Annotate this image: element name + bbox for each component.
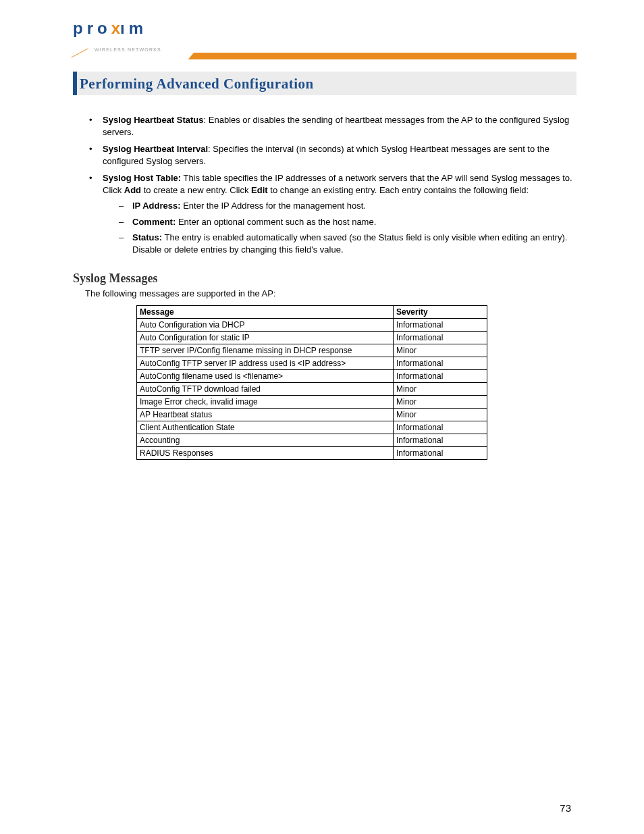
table-cell: Client Authentication State bbox=[137, 421, 394, 434]
sub-text: The entry is enabled automatically when … bbox=[132, 232, 567, 255]
table-row: RADIUS ResponsesInformational bbox=[137, 447, 487, 460]
header: proxım WIRELESS NETWORKS bbox=[73, 19, 576, 59]
table-row: Auto Configuration for static IPInformat… bbox=[137, 332, 487, 344]
table-row: AP Heartbeat statusMinor bbox=[137, 409, 487, 421]
bullet-list: Syslog Heartbeat Status: Enables or disa… bbox=[73, 114, 576, 255]
brand-text-pre: pro bbox=[73, 19, 111, 37]
table-header-row: Message Severity bbox=[137, 306, 487, 319]
table-cell: Informational bbox=[394, 357, 487, 370]
bullet-text: to create a new entry. Click bbox=[141, 185, 251, 195]
bullet-bold: Edit bbox=[251, 185, 268, 195]
table-header: Message bbox=[137, 306, 394, 319]
brand-tagline: WIRELESS NETWORKS bbox=[95, 47, 161, 52]
table-row: AccountingInformational bbox=[137, 434, 487, 447]
page-number: 73 bbox=[560, 802, 571, 814]
bullet-sep: : bbox=[204, 115, 209, 125]
list-item: Syslog Heartbeat Status: Enables or disa… bbox=[86, 114, 576, 138]
table-cell: Accounting bbox=[137, 434, 394, 447]
bullet-label: Syslog Heartbeat Status bbox=[103, 115, 204, 125]
list-item: IP Address: Enter the IP Address for the… bbox=[119, 200, 576, 212]
table-cell: Minor bbox=[394, 383, 487, 396]
table-cell: Minor bbox=[394, 396, 487, 409]
brand-logo: proxım WIRELESS NETWORKS bbox=[73, 19, 161, 59]
page-title: Performing Advanced Configuration bbox=[73, 72, 576, 95]
sub-label: Comment: bbox=[132, 217, 176, 227]
table-cell: Minor bbox=[394, 344, 487, 357]
table-cell: Informational bbox=[394, 434, 487, 447]
table-cell: Informational bbox=[394, 319, 487, 332]
list-item: Status: The entry is enabled automatical… bbox=[119, 232, 576, 255]
syslog-messages-table: Message Severity Auto Configuration via … bbox=[136, 305, 487, 460]
table-cell: AP Heartbeat status bbox=[137, 409, 394, 421]
header-bar bbox=[178, 53, 576, 59]
section-heading: Syslog Messages bbox=[73, 271, 576, 286]
table-cell: Image Error check, invalid image bbox=[137, 396, 394, 409]
logo-slash-icon bbox=[71, 48, 88, 57]
table-header: Severity bbox=[394, 306, 487, 319]
sub-text: Enter the IP Address for the management … bbox=[181, 201, 366, 211]
list-item: Syslog Heartbeat Interval: Specifies the… bbox=[86, 143, 576, 167]
table-row: AutoConfig filename used is <filename>In… bbox=[137, 370, 487, 383]
table-row: AutoConfig TFTP download failedMinor bbox=[137, 383, 487, 396]
list-item: Syslog Host Table: This table specifies … bbox=[86, 172, 576, 255]
table-cell: Informational bbox=[394, 332, 487, 344]
header-bar-fill bbox=[178, 53, 576, 59]
table-cell: Minor bbox=[394, 409, 487, 421]
bullet-label: Syslog Host Table: bbox=[103, 173, 181, 183]
bullet-label: Syslog Heartbeat Interval bbox=[103, 144, 208, 154]
sub-text: Enter an optional comment such as the ho… bbox=[176, 217, 376, 227]
table-row: TFTP server IP/Config filename missing i… bbox=[137, 344, 487, 357]
table-row: Auto Configuration via DHCPInformational bbox=[137, 319, 487, 332]
table-cell: Informational bbox=[394, 447, 487, 460]
table-cell: Auto Configuration for static IP bbox=[137, 332, 394, 344]
table-cell: AutoConfig filename used is <filename> bbox=[137, 370, 394, 383]
table-row: AutoConfig TFTP server IP address used i… bbox=[137, 357, 487, 370]
brand-text-x: x bbox=[111, 19, 120, 37]
table-row: Client Authentication StateInformational bbox=[137, 421, 487, 434]
table-cell: AutoConfig TFTP download failed bbox=[137, 383, 394, 396]
table-cell: Informational bbox=[394, 421, 487, 434]
table-cell: Auto Configuration via DHCP bbox=[137, 319, 394, 332]
content-area: Syslog Heartbeat Status: Enables or disa… bbox=[73, 114, 576, 460]
table-cell: TFTP server IP/Config filename missing i… bbox=[137, 344, 394, 357]
table-cell: RADIUS Responses bbox=[137, 447, 394, 460]
table-row: Image Error check, invalid imageMinor bbox=[137, 396, 487, 409]
brand-text-post: ım bbox=[120, 19, 147, 37]
sub-label: Status: bbox=[132, 232, 162, 242]
sub-bullet-list: IP Address: Enter the IP Address for the… bbox=[103, 200, 576, 255]
list-item: Comment: Enter an optional comment such … bbox=[119, 216, 576, 228]
sub-label: IP Address: bbox=[132, 201, 181, 211]
bullet-text: to change an existing entry. Each entry … bbox=[268, 185, 529, 195]
bullet-bold: Add bbox=[124, 185, 141, 195]
table-cell: Informational bbox=[394, 370, 487, 383]
table-cell: AutoConfig TFTP server IP address used i… bbox=[137, 357, 394, 370]
section-intro: The following messages are supported in … bbox=[85, 288, 576, 298]
document-page: proxım WIRELESS NETWORKS Performing Adva… bbox=[0, 0, 644, 834]
